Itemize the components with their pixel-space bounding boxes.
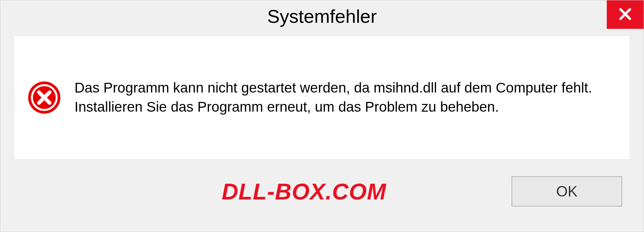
button-bar: DLL-BOX.COM OK bbox=[0, 160, 644, 223]
title-bar: Systemfehler bbox=[0, 0, 644, 32]
ok-button[interactable]: OK bbox=[512, 176, 622, 207]
error-icon bbox=[28, 81, 61, 114]
watermark-text: DLL-BOX.COM bbox=[222, 178, 386, 205]
close-button[interactable] bbox=[607, 0, 644, 29]
dialog-title: Systemfehler bbox=[267, 5, 377, 27]
content-panel: Das Programm kann nicht gestartet werden… bbox=[14, 36, 630, 160]
error-message: Das Programm kann nicht gestartet werden… bbox=[74, 78, 616, 116]
close-icon bbox=[619, 7, 632, 22]
error-dialog: Systemfehler Das Programm kann nicht ges… bbox=[0, 0, 644, 232]
ok-button-label: OK bbox=[556, 183, 578, 200]
